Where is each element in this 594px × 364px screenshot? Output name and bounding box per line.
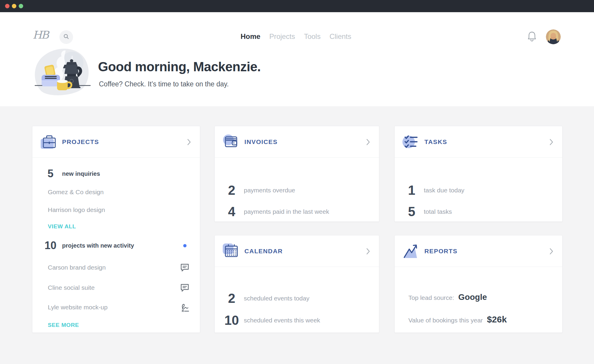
inquiry-project-name[interactable]: Gomez & Co design [48,186,104,198]
invoices-stat-row: 4 payments paid in the last week [215,205,379,219]
dashboard-page: HB Home Projects Tools Clients [0,0,594,364]
see-more-row: SEE MORE [32,319,200,331]
stat-count: 5 [402,205,421,219]
stat-count: 2 [222,183,241,197]
signature-icon [180,303,190,314]
calendar-card: CALENDAR 2 scheduled events today 10 sch… [214,235,379,333]
wallet-icon [222,133,240,151]
view-all-row: VIEW ALL [32,221,200,232]
chevron-right-icon[interactable] [366,139,370,147]
stat-label: scheduled events today [244,291,309,306]
projects-card: PROJECTS 5 new inquiries Gomez & Co desi… [32,126,200,333]
list-item[interactable]: Cline social suite [32,282,200,294]
comment-icon [180,284,189,293]
chevron-right-icon[interactable] [187,139,191,147]
nav-item-clients[interactable]: Clients [329,32,351,41]
calendar-card-header[interactable]: CALENDAR [215,235,379,267]
projects-card-header[interactable]: PROJECTS [32,126,200,158]
list-item[interactable]: Harrison logo design [32,204,200,216]
nav-item-projects[interactable]: Projects [269,32,295,41]
invoices-stat-row: 2 payments overdue [215,183,379,197]
stat-label: total tasks [424,205,452,219]
stat-count: 10 [222,314,241,327]
close-window-button[interactable] [5,4,10,8]
tasks-card-title: TASKS [424,126,447,158]
user-avatar[interactable] [546,29,561,44]
main-nav: Home Projects Tools Clients [241,32,351,41]
nav-item-home[interactable]: Home [241,32,260,41]
list-item[interactable]: Gomez & Co design [32,186,200,198]
tasks-stat-row: 1 task due today [395,183,562,197]
stat-count: 1 [402,183,421,197]
honeybook-logo[interactable]: HB [33,29,48,41]
stat-count: 2 [222,292,241,305]
greeting-subtitle: Coffee? Check. It’s time to take on the … [99,80,229,88]
new-activity-dot [183,244,187,247]
activity-label: projects with new activity [62,240,134,251]
checklist-icon [402,133,420,151]
coffee-illustration [32,43,93,100]
stat-label: payments overdue [244,183,295,197]
tasks-card: TASKS 1 task due today 5 total tasks [394,126,563,222]
briefcase-icon [40,133,57,151]
activity-count: 10 [41,240,60,251]
window-titlebar [0,0,594,12]
stat-label: task due today [424,183,465,197]
invoices-card-title: INVOICES [244,126,278,158]
reports-card-header[interactable]: REPORTS [395,235,562,267]
chevron-right-icon[interactable] [366,248,370,256]
nav-item-tools[interactable]: Tools [304,32,320,41]
list-item[interactable]: Carson brand design [32,262,200,273]
search-button[interactable] [59,30,73,44]
top-navigation-bar: HB Home Projects Tools Clients [0,12,594,39]
see-more-link[interactable]: SEE MORE [48,319,79,331]
view-all-link[interactable]: VIEW ALL [48,221,76,232]
minimize-window-button[interactable] [12,4,16,8]
search-icon [63,34,69,41]
activity-project-name[interactable]: Cline social suite [48,282,95,294]
reports-stat-row: Top lead source: Google [408,292,487,306]
inquiries-label: new inquiries [62,168,100,180]
notifications-bell-icon[interactable] [527,31,536,43]
projects-card-title: PROJECTS [62,126,99,158]
new-inquiries-stat: 5 new inquiries [32,168,200,180]
report-value: Google [458,292,487,302]
greeting-title: Good morning, Mackenzie. [98,59,261,74]
stat-label: scheduled events this week [244,313,320,327]
report-value: $26k [487,314,507,325]
reports-card-title: REPORTS [424,235,457,267]
report-label: Value of bookings this year [408,317,483,324]
report-label: Top lead source: [408,294,454,301]
invoices-card-header[interactable]: INVOICES [215,126,379,158]
reports-stat-row: Value of bookings this year $26k [408,314,507,327]
invoices-card: INVOICES 2 payments overdue 4 payments p… [214,126,379,222]
inquiries-count: 5 [41,168,60,180]
reports-card: REPORTS Top lead source: Google Value of… [394,235,563,333]
tasks-stat-row: 5 total tasks [395,205,562,219]
calendar-card-title: CALENDAR [244,235,283,267]
zoom-window-button[interactable] [19,4,23,8]
chevron-right-icon[interactable] [549,139,553,147]
calendar-stat-row: 10 scheduled events this week [215,313,379,327]
calendar-stat-row: 2 scheduled events today [215,291,379,306]
activity-project-name[interactable]: Carson brand design [48,262,106,273]
stat-label: payments paid in the last week [244,205,329,219]
inquiry-project-name[interactable]: Harrison logo design [48,204,105,216]
list-item[interactable]: Lyle website mock-up [32,301,200,313]
activity-stat: 10 projects with new activity [32,240,200,251]
chart-growth-icon [402,243,420,260]
comment-icon [180,263,189,273]
calendar-icon [222,243,240,260]
stat-count: 4 [222,205,241,219]
tasks-card-header[interactable]: TASKS [395,126,562,158]
activity-project-name[interactable]: Lyle website mock-up [48,301,108,313]
chevron-right-icon[interactable] [549,248,553,256]
